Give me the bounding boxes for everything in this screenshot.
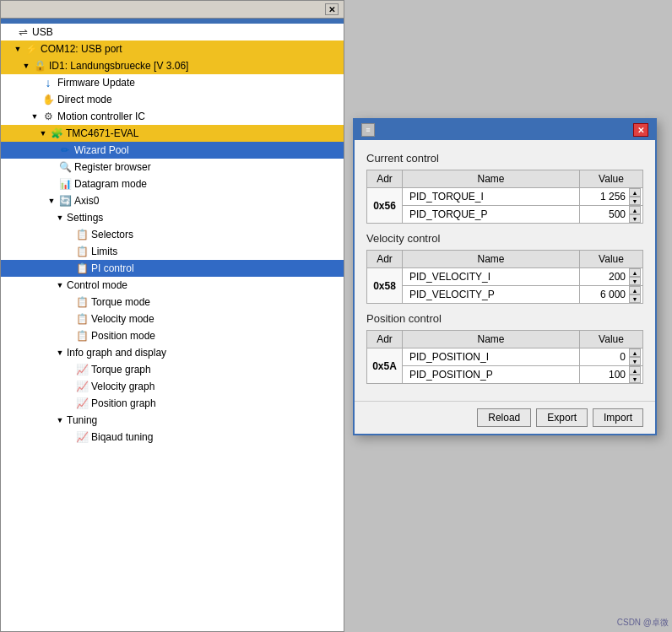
tree-item[interactable]: 📈Torque graph <box>1 361 344 378</box>
devices-close-button[interactable]: ✕ <box>325 3 339 15</box>
tree-arrow[interactable] <box>63 398 73 408</box>
tree-item[interactable]: ▼Tuning <box>1 412 344 429</box>
tree-arrow[interactable] <box>30 78 40 88</box>
spinner-up-button[interactable]: ▲ <box>629 188 641 197</box>
tree-arrow[interactable]: ▼ <box>21 61 31 71</box>
tree-arrow[interactable] <box>63 263 73 273</box>
value-cell[interactable]: 500▲▼ <box>580 206 643 224</box>
adr-cell: 0x5A <box>367 348 403 384</box>
devices-panel: ✕ ⇌USB▼⚡COM12: USB port▼🔒ID1: Landungsbr… <box>0 0 344 632</box>
spinner-down-button[interactable]: ▼ <box>629 294 641 303</box>
tree-item[interactable]: 📈Biqaud tuning <box>1 429 344 446</box>
tree-item[interactable]: ↓Firmware Update <box>1 74 344 91</box>
tree-item-label: Tuning <box>67 414 97 426</box>
spinner-down-button[interactable]: ▼ <box>629 197 641 205</box>
tree-arrow[interactable] <box>63 230 73 240</box>
tree-item[interactable]: 📈Velocity graph <box>1 378 344 395</box>
value-cell[interactable]: 1 256▲▼ <box>580 188 643 206</box>
tree-item-label: Motion controller IC <box>57 111 145 122</box>
tree-item[interactable]: ✏Wizard Pool <box>1 142 344 159</box>
tree-item[interactable]: ✋Direct mode <box>1 91 344 108</box>
tree-item[interactable]: ▼🔒ID1: Landungsbruecke [V 3.06] <box>1 57 344 74</box>
spinner-value: 1 256 <box>593 191 629 203</box>
tree-item[interactable]: 📋Torque mode <box>1 294 344 311</box>
value-cell[interactable]: 100▲▼ <box>580 366 643 384</box>
section-title-0: Current control <box>366 152 643 165</box>
tree-arrow[interactable]: ▼ <box>13 44 23 54</box>
tree-node-icon: ⇌ <box>16 25 30 39</box>
value-cell[interactable]: 200▲▼ <box>580 268 643 286</box>
tree-arrow[interactable] <box>46 145 57 155</box>
tree-item[interactable]: ▼⚙Motion controller IC <box>1 108 344 125</box>
spinner-down-button[interactable]: ▼ <box>629 375 641 383</box>
tree-node-icon: 📈 <box>75 363 89 376</box>
tree-item-label: Firmware Update <box>57 77 135 89</box>
tree-arrow[interactable] <box>63 246 73 257</box>
spinner-down-button[interactable]: ▼ <box>629 277 641 285</box>
spinner-value: 6 000 <box>593 289 629 300</box>
tree-item[interactable]: ▼Control mode <box>1 277 344 294</box>
tree-arrow[interactable]: ▼ <box>46 196 57 206</box>
tree-arrow[interactable]: ▼ <box>38 128 48 138</box>
tree-item[interactable]: ▼⚡COM12: USB port <box>1 41 344 57</box>
tree-item[interactable]: 📋Velocity mode <box>1 311 344 327</box>
name-cell: PID_TORQUE_I <box>403 188 580 206</box>
pi-body: Current controlAdrNameValue0x56PID_TORQU… <box>355 140 655 401</box>
tree-arrow[interactable] <box>63 365 73 375</box>
tree-item[interactable]: 📋Selectors <box>1 226 344 243</box>
table-row: PID_VELOCITY_P6 000▲▼ <box>367 286 643 304</box>
tree-arrow[interactable]: ▼ <box>55 415 65 425</box>
value-cell[interactable]: 6 000▲▼ <box>580 286 643 304</box>
tree-item[interactable]: 📋Limits <box>1 243 344 260</box>
tree-item[interactable]: ▼Info graph and display <box>1 344 344 361</box>
table-row: PID_TORQUE_P500▲▼ <box>367 206 643 224</box>
tree-arrow[interactable] <box>63 297 73 307</box>
tree-arrow[interactable] <box>63 314 73 324</box>
control-table-2: AdrNameValue0x5APID_POSITION_I0▲▼PID_POS… <box>366 330 643 384</box>
tree-item[interactable]: ⇌USB <box>1 24 344 41</box>
spinner-down-button[interactable]: ▼ <box>629 214 641 223</box>
tree-arrow[interactable] <box>46 179 57 189</box>
tree-arrow[interactable]: ▼ <box>55 280 65 290</box>
tree-arrow[interactable]: ▼ <box>55 213 65 223</box>
tree-item[interactable]: ▼🧩TMC4671-EVAL <box>1 125 344 142</box>
tree-item[interactable]: 📈Position graph <box>1 395 344 412</box>
tree-item[interactable]: 📊Datagram mode <box>1 176 344 192</box>
reload-button[interactable]: Reload <box>477 408 531 427</box>
tree-item[interactable]: 📋Position mode <box>1 327 344 344</box>
tree-container[interactable]: ⇌USB▼⚡COM12: USB port▼🔒ID1: Landungsbrue… <box>1 24 344 631</box>
pi-close-button[interactable]: ✕ <box>633 123 648 137</box>
tree-item[interactable]: ▼Settings <box>1 209 344 226</box>
export-button[interactable]: Export <box>536 408 588 427</box>
tree-item[interactable]: 🔍Register browser <box>1 159 344 176</box>
tree-arrow[interactable]: ▼ <box>30 111 40 122</box>
value-cell[interactable]: 0▲▼ <box>580 348 643 366</box>
name-cell: PID_VELOCITY_I <box>403 268 580 286</box>
spinner-up-button[interactable]: ▲ <box>629 366 641 375</box>
tree-arrow[interactable] <box>46 162 57 172</box>
import-button[interactable]: Import <box>593 408 643 427</box>
tree-arrow[interactable] <box>30 95 40 105</box>
spinner-up-button[interactable]: ▲ <box>629 268 641 277</box>
tree-item[interactable]: 📋PI control <box>1 260 344 277</box>
spinner-down-button[interactable]: ▼ <box>629 357 641 365</box>
tree-item-label: Torque mode <box>91 296 150 308</box>
tree-item-label: Datagram mode <box>74 178 147 190</box>
tree-node-icon: 🔍 <box>58 160 72 174</box>
spinner-up-button[interactable]: ▲ <box>629 348 641 357</box>
tree-arrow[interactable] <box>63 432 73 442</box>
tree-node-icon: 🔄 <box>58 194 72 208</box>
spinner-up-button[interactable]: ▲ <box>629 286 641 294</box>
tree-arrow[interactable] <box>63 331 73 341</box>
tree-arrow[interactable] <box>63 381 73 392</box>
spinner-up-button[interactable]: ▲ <box>629 206 641 214</box>
name-cell: PID_POSITION_P <box>403 366 580 384</box>
tree-arrow[interactable] <box>4 27 14 37</box>
tree-item[interactable]: ▼🔄Axis0 <box>1 192 344 209</box>
tree-item-label: Wizard Pool <box>74 144 129 156</box>
tree-node-icon: 🧩 <box>50 127 63 140</box>
table-header: Adr <box>367 170 403 188</box>
tree-arrow[interactable]: ▼ <box>55 348 65 358</box>
name-cell: PID_POSITION_I <box>403 348 580 366</box>
tree-item-label: Register browser <box>74 161 151 173</box>
